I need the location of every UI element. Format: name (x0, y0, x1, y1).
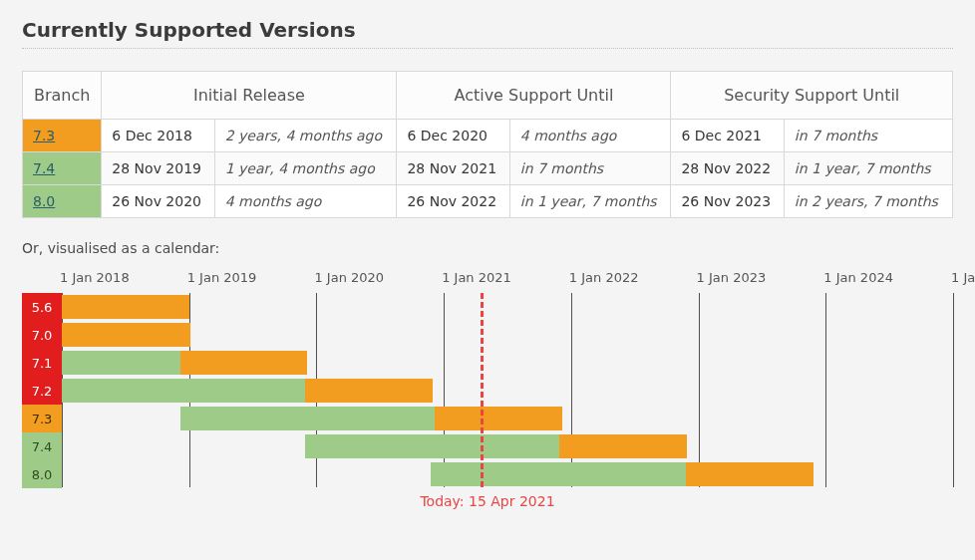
active-date: 6 Dec 2020 (397, 120, 509, 152)
active-support-bar (305, 434, 559, 458)
table-row: 7.36 Dec 20182 years, 4 months ago6 Dec … (23, 120, 953, 152)
initial-rel: 4 months ago (214, 185, 397, 218)
table-row: 8.026 Nov 20204 months ago26 Nov 2022in … (23, 185, 953, 218)
security-date: 26 Nov 2023 (671, 185, 784, 218)
timeline-row-label: 7.0 (22, 321, 62, 349)
branch-cell: 7.3 (23, 120, 102, 152)
security-support-bar (559, 434, 687, 458)
branch-link[interactable]: 7.3 (33, 128, 55, 143)
timeline-row: 8.0 (62, 460, 953, 488)
initial-date: 6 Dec 2018 (102, 120, 214, 152)
branch-link[interactable]: 7.4 (33, 160, 55, 176)
active-support-bar (431, 462, 685, 486)
table-row: 7.428 Nov 20191 year, 4 months ago28 Nov… (23, 152, 953, 185)
date-tick-label: 1 Jan 2021 (442, 270, 511, 285)
branch-cell: 7.4 (23, 152, 102, 185)
th-branch: Branch (23, 72, 102, 120)
timeline-row: 5.6 (62, 293, 953, 321)
timeline-row-label: 8.0 (22, 460, 62, 488)
date-tick-label: 1 Jan 2019 (187, 270, 257, 285)
th-initial: Initial Release (102, 72, 397, 120)
date-tick-label: 1 Jan 2023 (697, 270, 767, 285)
today-line (481, 293, 484, 487)
timeline-bars: 5.67.07.17.27.37.48.0 (62, 292, 953, 487)
grid-line (953, 293, 954, 487)
initial-rel: 1 year, 4 months ago (214, 152, 397, 185)
th-active: Active Support Until (397, 72, 671, 120)
date-tick-label: 1 Jan 2024 (823, 270, 893, 285)
initial-date: 26 Nov 2020 (102, 185, 214, 218)
page-title: Currently Supported Versions (22, 18, 953, 42)
timeline-row-label: 7.1 (22, 349, 62, 377)
security-date: 6 Dec 2021 (671, 120, 784, 152)
date-tick-label: 1 Jan 2020 (314, 270, 384, 285)
th-security: Security Support Until (671, 72, 953, 120)
security-support-bar (62, 323, 190, 347)
active-date: 28 Nov 2021 (397, 152, 509, 185)
timeline-row-label: 5.6 (22, 293, 62, 321)
date-tick-label: 1 Jan 2025 (951, 270, 975, 285)
timeline-row-label: 7.3 (22, 405, 62, 432)
timeline: 1 Jan 20181 Jan 20191 Jan 20201 Jan 2021… (22, 270, 953, 509)
today-caption: Today: 15 Apr 2021 (22, 493, 953, 509)
active-support-bar (62, 351, 180, 375)
timeline-row: 7.3 (62, 405, 953, 432)
security-support-bar (686, 462, 813, 486)
active-support-bar (62, 379, 305, 403)
date-tick-label: 1 Jan 2018 (60, 270, 130, 285)
heading-separator (22, 48, 953, 49)
timeline-row-label: 7.4 (22, 432, 62, 460)
branch-cell: 8.0 (23, 185, 102, 218)
active-support-bar (180, 407, 435, 430)
active-rel: 4 months ago (509, 120, 671, 152)
timeline-row: 7.2 (62, 377, 953, 405)
security-support-bar (180, 351, 308, 375)
timeline-row: 7.1 (62, 349, 953, 377)
security-rel: in 1 year, 7 months (784, 152, 952, 185)
security-support-bar (62, 295, 189, 319)
calendar-caption: Or, visualised as a calendar: (22, 240, 953, 256)
active-date: 26 Nov 2022 (397, 185, 509, 218)
security-support-bar (305, 379, 433, 403)
security-rel: in 7 months (784, 120, 952, 152)
initial-rel: 2 years, 4 months ago (214, 120, 397, 152)
timeline-row: 7.4 (62, 432, 953, 460)
active-rel: in 1 year, 7 months (509, 185, 671, 218)
branch-link[interactable]: 8.0 (33, 193, 55, 209)
versions-table: Branch Initial Release Active Support Un… (22, 71, 953, 218)
security-date: 28 Nov 2022 (671, 152, 784, 185)
timeline-row-label: 7.2 (22, 377, 62, 405)
timeline-row: 7.0 (62, 321, 953, 349)
timeline-dates: 1 Jan 20181 Jan 20191 Jan 20201 Jan 2021… (62, 270, 953, 292)
initial-date: 28 Nov 2019 (102, 152, 214, 185)
active-rel: in 7 months (509, 152, 671, 185)
security-rel: in 2 years, 7 months (784, 185, 952, 218)
security-support-bar (435, 407, 562, 430)
date-tick-label: 1 Jan 2022 (569, 270, 639, 285)
